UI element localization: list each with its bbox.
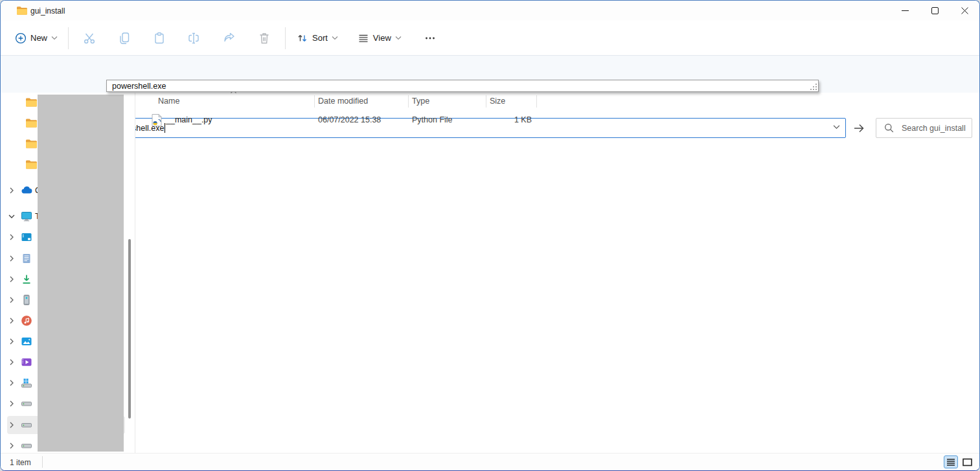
python-file-icon — [152, 114, 162, 126]
close-button[interactable] — [950, 1, 979, 21]
sort-arrows-icon — [296, 32, 308, 44]
folder-icon — [16, 6, 27, 16]
paste-icon — [152, 31, 166, 45]
sort-button[interactable]: Sort — [291, 27, 343, 50]
file-type: Python File — [412, 115, 453, 124]
share-button[interactable] — [216, 27, 242, 50]
new-button[interactable]: New — [10, 27, 63, 50]
status-bar: 1 item — [1, 453, 979, 470]
title-bar: gui_install — [1, 1, 979, 21]
resize-grip[interactable] — [808, 81, 817, 91]
delete-icon — [257, 31, 271, 45]
chevron-right-icon — [8, 297, 15, 303]
chevron-right-icon — [8, 442, 15, 449]
paste-button[interactable] — [146, 27, 172, 50]
close-icon — [961, 7, 968, 14]
file-explorer-window: gui_install New Sort View — [0, 0, 980, 471]
minimize-button[interactable] — [890, 1, 920, 21]
column-header-label: Type — [412, 97, 429, 106]
rename-button[interactable] — [181, 27, 207, 50]
chevron-down-icon — [8, 213, 15, 220]
downloads-icon — [21, 273, 32, 285]
view-button-label: View — [373, 33, 391, 43]
folder-icon — [25, 117, 37, 129]
onedrive-cloud-icon — [21, 185, 32, 196]
see-more-button[interactable] — [417, 27, 443, 50]
sidebar-scrollbar[interactable] — [128, 239, 131, 419]
documents-icon — [21, 253, 32, 264]
column-header-label: Size — [490, 97, 505, 106]
column-divider[interactable] — [314, 95, 315, 108]
column-header-label: Date modified — [318, 97, 368, 106]
item-count: 1 item — [10, 458, 31, 467]
column-header-type[interactable]: Type — [412, 93, 480, 109]
chevron-right-icon — [8, 400, 15, 407]
toolbar-separator — [68, 27, 69, 49]
folder-icon — [25, 138, 37, 150]
chevron-right-icon — [8, 187, 15, 194]
thumbnails-view-button[interactable] — [960, 455, 974, 468]
videos-icon — [21, 356, 32, 368]
redaction-overlay — [38, 95, 124, 452]
details-view-button[interactable] — [944, 455, 958, 468]
desktop-icon — [21, 231, 32, 243]
column-divider[interactable] — [486, 95, 486, 108]
address-autocomplete-dropdown: powershell.exe — [106, 80, 819, 92]
drive-icon — [21, 419, 32, 431]
chevron-right-icon — [8, 359, 15, 365]
autocomplete-suggestion[interactable]: powershell.exe — [107, 82, 818, 91]
column-divider[interactable] — [408, 95, 409, 108]
toolbar-separator — [285, 27, 286, 49]
file-date-modified: 06/07/2022 15:38 — [318, 115, 381, 124]
delete-button[interactable] — [251, 27, 277, 50]
chevron-down-icon — [395, 36, 402, 40]
go-arrow-icon — [853, 122, 865, 134]
rename-icon — [187, 31, 202, 45]
drive-icon — [21, 440, 32, 452]
thumbnails-view-icon — [963, 458, 972, 466]
pictures-icon — [21, 336, 32, 347]
cut-button[interactable] — [76, 27, 102, 50]
go-to-button[interactable] — [849, 119, 869, 137]
copy-button[interactable] — [111, 27, 137, 50]
view-button[interactable]: View — [352, 27, 407, 50]
address-dropdown-chevron-icon[interactable] — [833, 124, 840, 130]
chevron-right-icon — [8, 422, 15, 428]
window-title: gui_install — [30, 6, 65, 16]
chevron-right-icon — [8, 276, 15, 282]
cut-icon — [82, 31, 97, 45]
file-size: 1 KB — [490, 115, 532, 124]
chevron-right-icon — [8, 255, 15, 262]
minimize-icon — [902, 7, 909, 14]
search-input[interactable] — [900, 123, 972, 133]
search-box[interactable] — [876, 118, 972, 138]
pane-divider — [135, 93, 135, 454]
music-icon — [21, 315, 32, 327]
more-dots-icon — [424, 32, 436, 44]
column-header-size[interactable]: Size — [490, 93, 532, 109]
chevron-right-icon — [8, 234, 15, 240]
column-header-date-modified[interactable]: Date modified — [318, 93, 402, 109]
sort-button-label: Sort — [312, 33, 328, 43]
file-row[interactable]: __main__.py 06/07/2022 15:38 Python File… — [146, 112, 536, 129]
file-name: __main__.py — [166, 115, 212, 124]
windows-drive-icon — [21, 377, 32, 389]
plus-circle-icon — [15, 32, 27, 44]
chevron-down-icon — [332, 36, 338, 40]
this-pc-monitor-icon — [21, 211, 32, 222]
share-icon — [222, 31, 236, 45]
column-divider[interactable] — [536, 95, 537, 108]
folder-icon — [25, 97, 37, 108]
column-header-name[interactable]: Name — [158, 93, 307, 109]
details-view-icon — [946, 458, 955, 466]
phone-device-icon — [21, 294, 32, 306]
statusbar-separator — [42, 456, 43, 468]
chevron-right-icon — [8, 317, 15, 324]
command-toolbar: New Sort View — [1, 21, 979, 56]
chevron-right-icon — [8, 338, 15, 345]
maximize-icon — [931, 7, 939, 14]
copy-icon — [117, 31, 131, 45]
resize-grip-icon — [810, 83, 817, 91]
new-button-label: New — [30, 33, 47, 43]
maximize-button[interactable] — [920, 1, 950, 21]
